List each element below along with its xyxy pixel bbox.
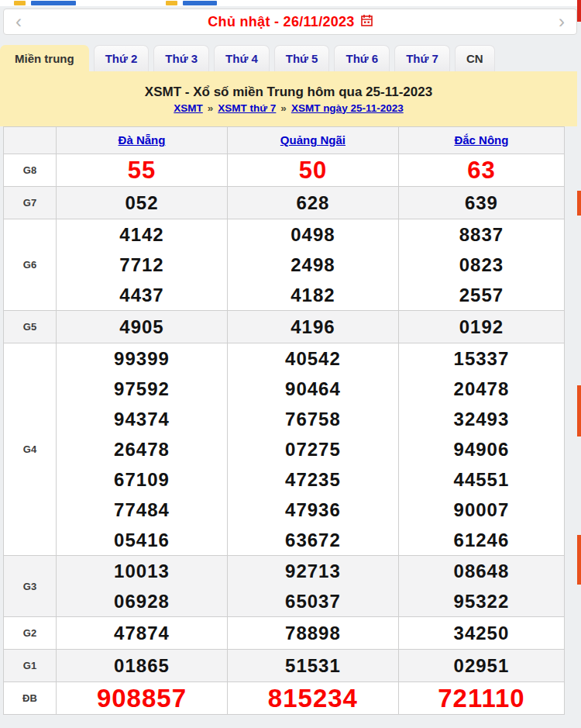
tab-thứ-7[interactable]: Thứ 7 [394,45,450,71]
prize-label: G4 [4,343,57,556]
prize-cell: 34250 [398,617,564,650]
prev-day-arrow[interactable]: ‹ [5,9,32,34]
prize-number: 77484 [57,495,227,525]
prize-row-g6: G6414277124437049824984182883708232557 [4,219,565,311]
current-date-label: Chủ nhật - 26/11/2023 [208,14,372,30]
prize-row-g2: G2478747889834250 [4,617,565,650]
prize-number: 8837 [399,219,564,250]
date-text: Chủ nhật - 26/11/2023 [208,14,354,30]
prize-cell: 9271365037 [227,556,398,617]
prize-cell: 15337204783249394906445519000761246 [398,343,564,556]
prize-number: 67109 [57,464,227,495]
prize-number: 07275 [228,434,398,464]
prize-number: 052 [57,187,227,219]
prize-number: 44551 [399,464,564,495]
topnav-text-fragment [31,1,76,5]
column-link-quang-ngai[interactable]: Quảng Ngãi [280,133,346,147]
prize-number: 0498 [228,219,398,250]
tab-thứ-4[interactable]: Thứ 4 [214,45,270,71]
prize-cell: 0192 [398,311,564,343]
prize-number: 05416 [57,525,227,555]
prize-cell: 1001306928 [57,556,228,617]
prize-cell: 908857 [57,682,228,715]
prize-number: 55 [57,154,227,186]
prize-cell: 049824984182 [227,219,398,311]
breadcrumb-link[interactable]: XSMT thứ 7 [218,102,276,114]
prize-label: G6 [4,219,57,311]
prize-label: G8 [4,154,57,187]
prize-number: 26478 [57,434,227,464]
prize-number: 0192 [399,311,564,343]
prize-number: 76758 [228,404,398,434]
prize-number: 51531 [228,650,398,681]
prize-cell: 40542904647675807275472354793663672 [227,343,398,556]
results-table: Đà Nẵng Quảng Ngãi Đắc Nông G8555063G705… [3,126,565,715]
tab-miền-trung[interactable]: Miền trung [0,45,89,71]
prize-number: 63672 [228,525,398,555]
prize-number: 40542 [228,343,398,374]
tab-thứ-2[interactable]: Thứ 2 [94,45,150,71]
prize-number: 92713 [228,556,398,586]
prize-cell: 51531 [227,650,398,682]
prize-cell: 414277124437 [57,219,228,311]
next-day-arrow[interactable]: › [548,9,575,34]
calendar-icon[interactable] [361,14,373,30]
tab-cn[interactable]: CN [455,45,495,71]
prize-cell: 01865 [57,650,228,682]
prize-number: 95322 [399,586,564,616]
prize-number: 90007 [399,495,564,525]
prize-number: 65037 [228,586,398,616]
prize-number: 815234 [228,682,398,714]
prize-cell: 883708232557 [398,219,564,311]
prize-number: 34250 [399,617,564,649]
prize-cell: 63 [398,154,564,187]
column-link-dac-nong[interactable]: Đắc Nông [454,133,508,147]
prize-number: 639 [399,187,564,219]
prize-cell: 50 [227,154,398,187]
prize-cell: 639 [398,187,564,219]
prize-number: 47874 [57,617,227,649]
breadcrumb: XSMT»XSMT thứ 7»XSMT ngày 25-11-2023 [174,102,403,114]
topnav-text-fragment [183,1,217,5]
prize-number: 721110 [399,682,564,714]
prize-cell: 0864895322 [398,556,564,617]
prize-row-g5: G5490541960192 [4,311,565,343]
prize-row-g3: G3100130692892713650370864895322 [4,556,565,617]
tab-thứ-3[interactable]: Thứ 3 [153,45,209,71]
prize-label: G1 [4,650,57,682]
prize-cell: 55 [57,154,228,187]
right-edge-marker [577,385,581,436]
prize-cell: 47874 [57,617,228,650]
prize-cell: 815234 [227,682,398,715]
prize-number: 2557 [399,280,564,310]
prize-label: ĐB [4,682,57,715]
tab-thứ-5[interactable]: Thứ 5 [274,45,330,71]
prize-number: 7712 [57,250,227,280]
prize-number: 50 [228,154,398,186]
prize-cell: 628 [227,187,398,219]
prize-number: 61246 [399,525,564,555]
prize-number: 47936 [228,495,398,525]
breadcrumb-link[interactable]: XSMT ngày 25-11-2023 [291,102,404,114]
prize-cell: 02951 [398,650,564,682]
tab-thứ-6[interactable]: Thứ 6 [334,45,390,71]
table-header-row: Đà Nẵng Quảng Ngãi Đắc Nông [4,127,565,154]
prize-number: 628 [228,187,398,219]
prize-number: 0823 [399,250,564,280]
prize-number: 908857 [57,682,227,714]
breadcrumb-link[interactable]: XSMT [174,102,203,114]
column-link-da-nang[interactable]: Đà Nẵng [119,133,166,147]
prize-number: 97592 [57,374,227,404]
right-edge-marker [577,0,581,22]
breadcrumb-separator: » [280,102,287,114]
prize-cell: 78898 [227,617,398,650]
prize-number: 94374 [57,404,227,434]
prize-number: 32493 [399,404,564,434]
results-table-wrap: Đà Nẵng Quảng Ngãi Đắc Nông G8555063G705… [3,126,565,715]
prize-row-g1: G1018655153102951 [4,650,565,682]
prize-number: 63 [399,154,564,186]
corner-cell [4,127,57,154]
right-edge-marker [577,535,581,585]
prize-number: 4905 [57,311,227,343]
prize-number: 4142 [57,219,227,250]
